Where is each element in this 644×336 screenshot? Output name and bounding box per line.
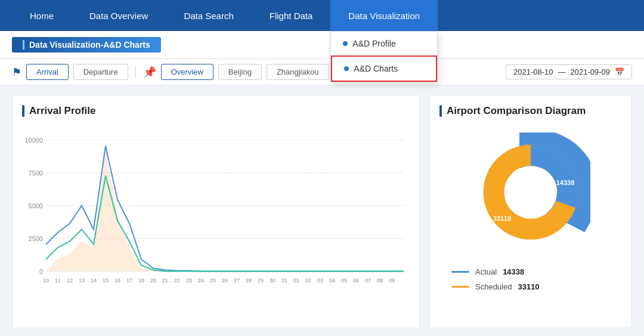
svg-text:18: 18 [138,278,144,283]
top-navigation: Home Data Overview Data Search Flight Da… [0,0,644,31]
svg-text:7500: 7500 [29,169,43,177]
svg-text:21: 21 [162,278,168,283]
svg-text:14: 14 [91,278,97,283]
legend-scheduled-line [451,286,469,288]
svg-text:12: 12 [67,278,73,283]
svg-text:03: 03 [317,278,323,283]
donut-label-orange: 33110 [493,215,512,222]
location-icon: 📌 [143,66,156,79]
data-visualization-dropdown: A&D Profile A&D Charts [330,31,438,82]
donut-chart-container: 14338 33110 [471,132,590,252]
title-bar-icon [22,105,24,117]
svg-text:27: 27 [234,278,240,283]
donut-title-bar-icon [439,105,442,117]
date-end: 2021-09-09 [571,67,611,76]
svg-text:17: 17 [126,278,132,283]
svg-text:02: 02 [305,278,311,283]
nav-data-visualization-wrapper: Data Visualization A&D Profile A&D Chart… [330,0,438,31]
svg-text:5000: 5000 [29,202,43,209]
svg-text:29: 29 [258,278,264,283]
beijing-button[interactable]: Beijing [218,64,262,80]
page-title: Data Visualization-A&D Charts [12,37,161,53]
nav-data-overview[interactable]: Data Overview [72,0,166,31]
svg-text:13: 13 [79,278,85,283]
dropdown-dot-profile [343,41,348,46]
legend-actual-line [451,271,469,273]
arrival-button[interactable]: Arrival [26,64,69,80]
svg-text:30: 30 [270,278,275,283]
svg-text:25: 25 [210,278,216,283]
svg-text:2500: 2500 [29,235,43,242]
svg-text:09: 09 [389,278,395,283]
svg-text:06: 06 [353,278,359,283]
date-separator: — [558,67,566,76]
legend-scheduled: Scheduled 33110 [451,282,540,291]
sub-navigation: ⚑ Arrival Departure 📌 Overview Beijing Z… [0,59,644,85]
svg-text:15: 15 [103,278,109,283]
donut-center [504,166,557,218]
dropdown-dot-charts [344,66,349,71]
svg-text:10: 10 [43,278,49,283]
arrival-chart-area: 10000 7500 5000 2500 0 10 11 12 13 14 15… [22,123,410,312]
svg-text:16: 16 [114,278,120,283]
overview-button[interactable]: Overview [161,64,213,80]
departure-button[interactable]: Departure [73,64,128,80]
airport-comparison-panel: Airport Comparison Diagram 14338 3311 [429,95,632,328]
svg-text:08: 08 [377,278,383,283]
donut-legend: Actual 14338 Scheduled 33110 [439,267,540,291]
zhangjiakou-button[interactable]: Zhangjiakou [267,64,329,80]
dropdown-ad-profile[interactable]: A&D Profile [331,32,437,56]
svg-text:22: 22 [174,278,180,283]
svg-text:10000: 10000 [24,137,43,144]
svg-text:23: 23 [186,278,192,283]
svg-text:07: 07 [365,278,371,283]
arrival-chart-title: Arrival Profile [22,105,410,117]
calendar-icon: 📅 [615,67,624,76]
donut-chart-title: Airport Comparison Diagram [439,105,586,117]
donut-svg: 14338 33110 [471,132,590,252]
date-range-picker[interactable]: 2021-08-10 — 2021-09-09 📅 [506,64,632,79]
svg-text:20: 20 [150,278,156,283]
page-header: Data Visualization-A&D Charts [0,31,644,59]
nav-data-search[interactable]: Data Search [166,0,251,31]
arrival-chart-svg: 10000 7500 5000 2500 0 10 11 12 13 14 15… [22,123,410,312]
dropdown-ad-charts[interactable]: A&D Charts [331,56,437,82]
svg-text:26: 26 [222,278,228,283]
nav-flight-data[interactable]: Flight Data [252,0,331,31]
svg-text:05: 05 [341,278,347,283]
nav-data-visualization[interactable]: Data Visualization [330,0,438,31]
svg-text:28: 28 [246,278,252,283]
svg-text:24: 24 [198,278,204,283]
divider-1 [135,66,136,78]
arrival-profile-panel: Arrival Profile 10000 7500 5000 2500 0 [12,95,420,328]
svg-text:01: 01 [293,278,299,283]
svg-text:11: 11 [55,278,61,283]
flag-icon: ⚑ [12,66,21,79]
legend-actual: Actual 14338 [451,267,540,276]
svg-text:31: 31 [281,278,287,283]
main-content: Arrival Profile 10000 7500 5000 2500 0 [0,85,644,336]
date-start: 2021-08-10 [513,67,553,76]
donut-label-blue: 14338 [556,179,575,186]
svg-text:0: 0 [39,268,43,275]
nav-home[interactable]: Home [12,0,72,31]
svg-text:04: 04 [329,278,335,283]
